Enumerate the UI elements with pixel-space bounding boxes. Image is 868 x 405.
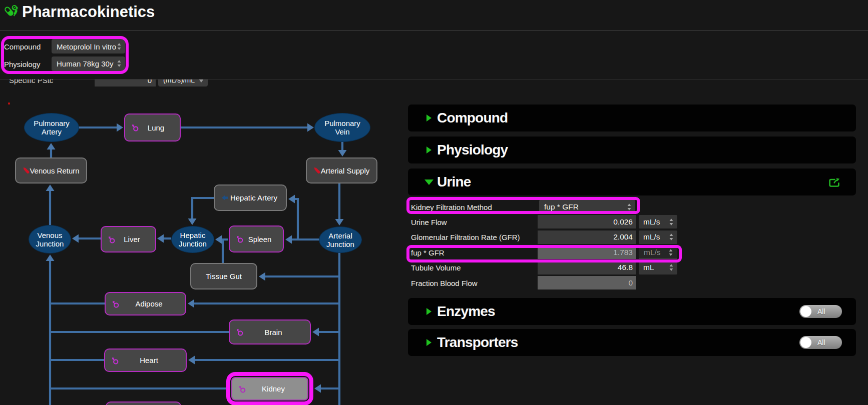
arrowhead-arterial-line-to-hepatic-artery: [288, 195, 295, 204]
param-input[interactable]: 2.004: [538, 230, 636, 244]
section-physiology[interactable]: Physiology: [408, 136, 856, 164]
node-lung[interactable]: Lung: [124, 114, 181, 142]
param-unit-value: mL/s: [644, 248, 661, 257]
arrowhead-arterial-junction-to-spleen: [285, 236, 292, 244]
organ-icon: [131, 123, 140, 132]
param-label: fup * GFR: [411, 248, 445, 256]
node-hepatic-artery[interactable]: Hepatic Artery: [214, 184, 287, 211]
node-label: Hepatic Artery: [230, 194, 277, 202]
node-arterial-supply[interactable]: Arterial Supply: [306, 158, 377, 184]
param-row-fup-gfr: fup * GFR 1.783 mL/s: [408, 246, 856, 259]
app-window: Pharmacokinetics Compound Metoprolol In …: [0, 0, 868, 405]
param-unit-value: mL/s: [643, 218, 660, 226]
external-link-icon[interactable]: [829, 178, 840, 186]
param-row-urine-flow: Urine Flow 0.026 mL/s: [408, 215, 856, 228]
param-input[interactable]: 0: [538, 276, 636, 290]
stepper-icon: [669, 218, 673, 226]
organ-icon: [111, 300, 120, 308]
node-label: Tissue Gut: [206, 272, 242, 280]
node-tissue-gut[interactable]: Tissue Gut: [190, 263, 257, 290]
param-unit-select[interactable]: mL/s: [639, 215, 677, 228]
param-select[interactable]: fup * GFR: [539, 200, 635, 214]
arrowhead-venous-rail-to-venous-junction: [46, 254, 55, 261]
section-transporters[interactable]: Transporters All: [408, 329, 856, 356]
caret-right-icon: [424, 113, 434, 123]
node-label: PulmonaryArtery: [34, 119, 70, 136]
organ-icon: [235, 328, 244, 336]
param-label: Glomerular Filtration Rate (GFR): [411, 233, 520, 242]
toggle-enzymes-all[interactable]: All: [799, 305, 842, 318]
toggle-knob: [800, 337, 811, 348]
section-title: Transporters: [437, 334, 518, 350]
node-spleen[interactable]: Spleen: [229, 226, 284, 252]
edge-arterial-line-to-hepatic-artery: [295, 199, 298, 240]
node-pulmonary-vein[interactable]: PulmonaryVein: [314, 113, 370, 142]
arrowhead-arterial-rail-to-heart: [188, 356, 195, 364]
param-label: Kidney Filtration Method: [411, 202, 492, 211]
param-label: Fraction Blood Flow: [411, 278, 478, 287]
param-label: Urine Flow: [411, 218, 447, 226]
arrowhead-spleen-to-hepatic-junction: [215, 236, 222, 244]
section-enzymes[interactable]: Enzymes All: [408, 298, 856, 325]
param-row-tubule-volume: Tubule Volume 46.8 mL: [408, 261, 856, 274]
param-input[interactable]: 0.026: [538, 215, 636, 228]
param-row-fraction-blood-flow: Fraction Blood Flow 0: [408, 276, 856, 290]
stepper-icon: [669, 234, 673, 241]
section-urine[interactable]: Urine: [408, 168, 856, 196]
red-flow-icon: [312, 166, 321, 175]
param-unit-select[interactable]: mL: [639, 261, 677, 274]
param-row-glomerular-filtration-rate-gfr: Glomerular Filtration Rate (GFR) 2.004 m…: [408, 230, 856, 244]
param-value: 1.783: [613, 248, 633, 257]
node-label: VenousJunction: [36, 231, 64, 248]
arrowhead-venous-junction-to-venous-return: [46, 184, 55, 191]
param-row-kidney-filtration-method: Kidney Filtration Method fup * GFR: [408, 200, 856, 214]
param-select-value: fup * GFR: [544, 202, 579, 212]
section-title: Urine: [437, 174, 471, 190]
node-label: Arterial Supply: [321, 166, 370, 175]
section-title: Physiology: [437, 142, 508, 158]
node-liver[interactable]: Liver: [101, 226, 156, 252]
diagram-edges: [0, 0, 405, 405]
arrowhead-arterial-rail-to-brain: [312, 328, 319, 336]
node-kidney[interactable]: Kidney: [231, 377, 308, 400]
node-label: Adipose: [135, 300, 162, 308]
circulation-diagram: PulmonaryArtery LungPulmonaryVein Venous…: [0, 0, 405, 405]
stepper-icon: [669, 248, 673, 256]
param-input[interactable]: 46.8: [538, 261, 636, 274]
param-unit-select[interactable]: mL/s: [639, 230, 677, 244]
node-label: HepaticJunction: [179, 231, 207, 248]
node-arterial-junction[interactable]: ArterialJunction: [319, 226, 362, 253]
node-heart[interactable]: Heart: [104, 348, 187, 372]
node-venous-junction[interactable]: VenousJunction: [29, 225, 71, 254]
node-pulmonary-artery[interactable]: PulmonaryArtery: [24, 113, 79, 142]
section-compound[interactable]: Compound: [408, 104, 856, 132]
node-label: PulmonaryVein: [324, 119, 360, 136]
edge-hepatic-artery-to-hepatic-junction: [192, 198, 214, 218]
toggle-transporters-all[interactable]: All: [799, 336, 842, 349]
node-label: Venous Return: [30, 166, 79, 175]
arrowhead-lung-to-pulmonary-vein: [307, 124, 314, 132]
param-label: Tubule Volume: [411, 264, 461, 272]
node-hepatic-junction[interactable]: HepaticJunction: [171, 226, 214, 253]
node-muscle-partial[interactable]: [106, 402, 181, 405]
section-title: Compound: [437, 110, 508, 126]
stepper-icon: [669, 264, 673, 272]
caret-right-icon: [424, 145, 434, 155]
arrowhead-pulmonary-vein-to-arterial-supply: [338, 150, 347, 156]
section-title: Enzymes: [437, 304, 495, 320]
param-unit-value: mL: [643, 263, 654, 272]
param-value: 0.026: [613, 218, 633, 226]
organ-icon: [235, 234, 244, 244]
caret-right-icon: [424, 338, 434, 348]
node-venous-return[interactable]: Venous Return: [15, 158, 87, 184]
param-value: 2.004: [613, 232, 633, 242]
param-unit-select[interactable]: mL/s: [639, 246, 677, 259]
caret-right-icon: [424, 306, 434, 316]
node-label: Liver: [124, 235, 140, 244]
node-label: Spleen: [248, 235, 272, 244]
arrowhead-hepatic-artery-to-hepatic-junction: [188, 218, 197, 225]
arrowhead-arterial-rail-to-tissue-gut: [259, 272, 265, 281]
node-adipose[interactable]: Adipose: [105, 292, 186, 316]
param-input[interactable]: 1.783: [538, 246, 636, 259]
node-brain[interactable]: Brain: [229, 320, 311, 344]
